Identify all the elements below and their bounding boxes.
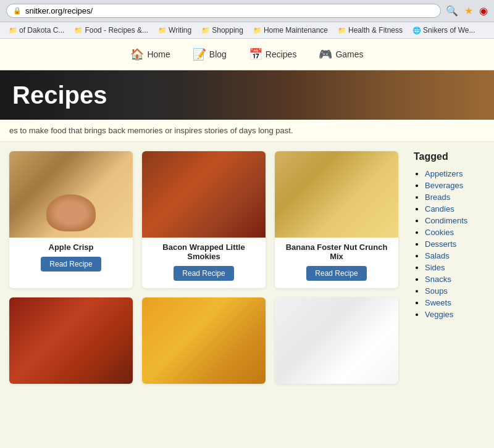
tag-veggies[interactable]: Veggies (425, 309, 488, 319)
folder-icon-2: 📁 (74, 27, 83, 35)
nav-recipes-label: Recipes (266, 49, 297, 59)
nav-recipes[interactable]: 📅 Recipes (244, 45, 302, 64)
bookmark-label-4: Shopping (212, 26, 243, 35)
hero-banner: Recipes (0, 70, 494, 120)
search-icon[interactable]: 🔍 (446, 5, 458, 17)
tag-link-snacks[interactable]: Snacks (425, 275, 451, 284)
tag-link-sweets[interactable]: Sweets (425, 298, 451, 307)
description-text: es to make food that brings back memorie… (9, 126, 293, 135)
folder-icon-1: 📁 (9, 27, 17, 35)
tag-breads[interactable]: Breads (425, 192, 488, 202)
tag-link-beverages[interactable]: Beverages (425, 181, 463, 190)
recipe-image-6 (275, 297, 398, 384)
tag-cookies[interactable]: Cookies (425, 227, 488, 237)
nav-home-label: Home (147, 49, 170, 59)
nav-games-label: Games (335, 49, 363, 59)
tag-link-candies[interactable]: Candies (425, 204, 454, 214)
bookmark-snikers[interactable]: 🌐 Snikers of We... (409, 25, 479, 36)
tag-sides[interactable]: Sides (425, 262, 488, 272)
tag-link-condiments[interactable]: Condiments (425, 216, 467, 225)
nav-home[interactable]: 🏠 Home (125, 45, 175, 64)
browser-icons: 🔍 ★ ◉ (446, 5, 488, 17)
bookmark-label-3: Writing (169, 26, 191, 35)
tag-link-cookies[interactable]: Cookies (425, 228, 454, 237)
tag-snacks[interactable]: Snacks (425, 274, 488, 284)
folder-icon-3: 📁 (158, 27, 167, 35)
read-recipe-btn-apple-crisp[interactable]: Read Recipe (41, 257, 101, 272)
tag-link-breads[interactable]: Breads (425, 193, 450, 202)
recipes-grid: Apple Crisp Read Recipe Bacon Wrapped Li… (0, 142, 408, 393)
tag-beverages[interactable]: Beverages (425, 180, 488, 190)
page-title: Recipes (0, 81, 119, 109)
bookmark-shopping[interactable]: 📁 Shopping (198, 25, 247, 36)
sidebar-title: Tagged (414, 151, 488, 162)
tag-sweets[interactable]: Sweets (425, 297, 488, 307)
folder-icon-4: 📁 (201, 27, 210, 35)
read-recipe-btn-banana-foster[interactable]: Read Recipe (306, 266, 366, 281)
bookmark-health[interactable]: 📁 Health & Fitness (334, 25, 406, 36)
recipe-image-apple-crisp (9, 151, 133, 238)
recipes-icon: 📅 (249, 48, 262, 61)
recipe-image-banana-foster (275, 151, 398, 238)
recipe-name-banana-foster: Banana Foster Nut Crunch Mix (275, 238, 398, 263)
tag-link-soups[interactable]: Soups (425, 286, 448, 296)
tag-salads[interactable]: Salads (425, 251, 488, 260)
bookmark-food[interactable]: 📁 Food - Recipes &... (70, 25, 152, 36)
recipe-name-apple-crisp: Apple Crisp (44, 238, 99, 254)
tag-link-salads[interactable]: Salads (425, 251, 450, 260)
bookmark-dakota[interactable]: 📁 of Dakota C... (5, 25, 68, 36)
tag-link-sides[interactable]: Sides (425, 263, 445, 272)
folder-icon-6: 📁 (338, 27, 346, 35)
tag-condiments[interactable]: Condiments (425, 215, 488, 225)
recipe-card-6 (275, 297, 398, 384)
recipe-image-bacon-smokies (142, 151, 266, 238)
bookmark-label-7: Snikers of We... (423, 26, 475, 35)
main-content: Apple Crisp Read Recipe Bacon Wrapped Li… (0, 142, 494, 393)
read-recipe-btn-bacon-smokies[interactable]: Read Recipe (174, 266, 233, 281)
tag-list: Appetizers Beverages Breads Candies Cond… (414, 168, 488, 319)
sidebar: Tagged Appetizers Beverages Breads Candi… (408, 142, 494, 393)
nav-blog-label: Blog (209, 49, 227, 59)
tag-candies[interactable]: Candies (425, 204, 488, 214)
bookmark-label-6: Health & Fitness (348, 26, 403, 35)
tag-link-veggies[interactable]: Veggies (425, 310, 453, 319)
tag-soups[interactable]: Soups (425, 286, 488, 296)
tag-appetizers[interactable]: Appetizers (425, 168, 488, 178)
bookmark-label-5: Home Maintenance (264, 26, 328, 35)
blog-icon: 📝 (193, 48, 206, 61)
folder-icon-5: 📁 (253, 27, 262, 35)
recipe-name-bacon-smokies: Bacon Wrapped Little Smokies (142, 238, 266, 263)
tag-link-desserts[interactable]: Desserts (425, 239, 456, 249)
nav-games[interactable]: 🎮 Games (314, 45, 368, 64)
globe-icon: 🌐 (412, 27, 421, 35)
recipe-card-banana-foster: Banana Foster Nut Crunch Mix Read Recipe (275, 151, 398, 288)
nav-bar: 🏠 Home 📝 Blog 📅 Recipes 🎮 Games (0, 39, 494, 70)
url-bar[interactable]: 🔒 snitker.org/recipes/ (6, 4, 441, 18)
bookmark-star-icon[interactable]: ★ (464, 5, 473, 17)
opera-icon[interactable]: ◉ (479, 5, 488, 17)
browser-bar: 🔒 snitker.org/recipes/ 🔍 ★ ◉ (0, 0, 494, 22)
lock-icon: 🔒 (13, 7, 22, 15)
url-text: snitker.org/recipes/ (25, 6, 93, 15)
tag-desserts[interactable]: Desserts (425, 239, 488, 249)
bookmark-label-2: Food - Recipes &... (85, 26, 148, 35)
recipe-card-bacon-smokies: Bacon Wrapped Little Smokies Read Recipe (142, 151, 266, 288)
bookmarks-bar: 📁 of Dakota C... 📁 Food - Recipes &... 📁… (0, 22, 494, 39)
recipe-image-5 (142, 297, 266, 384)
recipe-image-4 (9, 297, 133, 384)
games-icon: 🎮 (319, 48, 332, 61)
recipe-card-4 (9, 297, 133, 384)
tag-link-appetizers[interactable]: Appetizers (425, 169, 463, 178)
bookmark-label-1: of Dakota C... (19, 26, 64, 35)
hero-background (198, 70, 494, 120)
bookmark-writing[interactable]: 📁 Writing (154, 25, 195, 36)
nav-blog[interactable]: 📝 Blog (188, 45, 232, 64)
page-description: es to make food that brings back memorie… (0, 120, 494, 142)
bookmark-home-maintenance[interactable]: 📁 Home Maintenance (249, 25, 332, 36)
recipe-card-5 (142, 297, 266, 384)
recipe-card-apple-crisp: Apple Crisp Read Recipe (9, 151, 133, 288)
home-icon: 🏠 (130, 48, 144, 61)
